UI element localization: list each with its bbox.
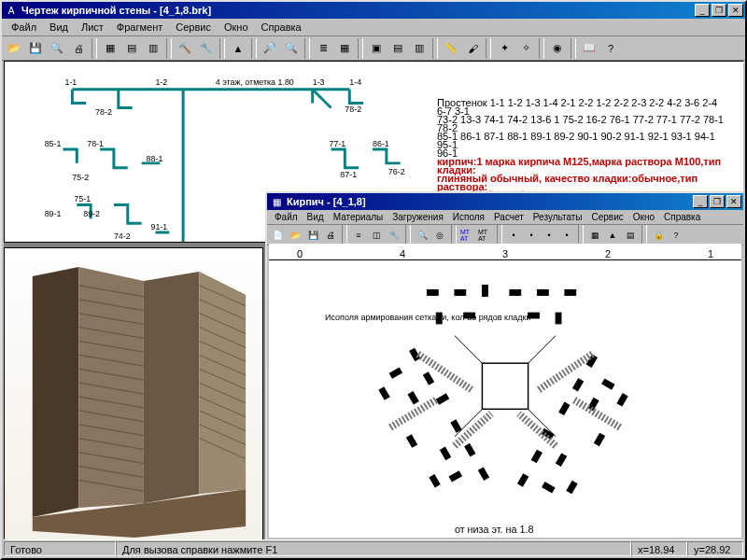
sub-grid-icon[interactable]: ▦	[586, 227, 603, 244]
sub-menu-loads[interactable]: Загружения	[388, 211, 447, 223]
svg-rect-47	[556, 313, 561, 324]
layer1-icon[interactable]: ▣	[366, 38, 387, 59]
sub-menu-help[interactable]: Справка	[660, 211, 704, 223]
sub-lock-icon[interactable]: 🔒	[650, 227, 667, 244]
sub-menu-view[interactable]: Вид	[303, 211, 328, 223]
status-y: y=28.92	[687, 541, 743, 556]
ruler-tick: 1	[708, 248, 713, 259]
sub-menu-materials[interactable]: Материалы	[330, 211, 388, 223]
svg-rect-44	[436, 313, 442, 324]
menu-service[interactable]: Сервис	[170, 20, 217, 35]
hammer-icon[interactable]: 🔨	[175, 38, 195, 59]
menu-view[interactable]: Вид	[44, 20, 74, 35]
svg-marker-1	[33, 267, 79, 517]
svg-rect-48	[518, 474, 529, 486]
zoom-in-icon[interactable]: 🔎	[260, 38, 280, 59]
sub-save-icon[interactable]: 💾	[304, 227, 321, 244]
sub-open-icon[interactable]: 📂	[287, 227, 303, 244]
menu-help[interactable]: Справка	[256, 20, 307, 35]
star2-icon[interactable]: ✧	[515, 38, 536, 59]
zoom-out-icon[interactable]: 🔍	[281, 38, 302, 59]
wall-label: 75-2	[72, 173, 89, 182]
frags-icon[interactable]: ▤	[121, 38, 142, 59]
sheets-icon[interactable]: ▦	[100, 38, 120, 59]
brush-icon[interactable]: 🖌	[462, 38, 483, 59]
main-toolbar: 📂 💾 🔍 🖨 ▦ ▤ ▥ 🔨 🔧 ▲ 🔎 🔍 ≣ ▦ ▣ ▤ ▥ 📏 🖌 ✦ …	[2, 36, 745, 61]
globe-icon[interactable]: ◉	[547, 38, 568, 59]
svg-rect-38	[427, 290, 438, 296]
close-button[interactable]: ✕	[728, 4, 743, 17]
ruler-tick: 4	[400, 248, 405, 259]
svg-rect-41	[510, 290, 521, 296]
open-icon[interactable]: 📂	[4, 38, 24, 59]
sub-maximize-button[interactable]: ❐	[710, 195, 725, 208]
layer2-icon[interactable]: ▤	[388, 38, 408, 59]
menu-sheet[interactable]: Лист	[76, 20, 109, 35]
star-icon[interactable]: ✦	[494, 38, 514, 59]
sub-menu-iso[interactable]: Исполя	[449, 211, 488, 223]
wall-label: 78-2	[95, 107, 112, 117]
sub-zoom-icon[interactable]: 🔍	[414, 227, 430, 244]
sub-menu-file[interactable]: Файл	[271, 211, 302, 223]
main-titlebar: A Чертеж кирпичной стены - [4_1,8.brk] _…	[2, 2, 745, 19]
sub-mtat2-icon[interactable]: МТ АТ	[477, 227, 494, 244]
sub-chart-icon[interactable]: ▲	[604, 227, 621, 244]
wall-label: 74-2	[114, 231, 131, 241]
sub-target-icon[interactable]: ◎	[431, 227, 448, 244]
sub-dot2-icon[interactable]: •	[523, 227, 540, 244]
sub-minimize-button[interactable]: _	[693, 195, 708, 208]
sub-print-icon[interactable]: 🖨	[322, 227, 339, 244]
sub-menu-window[interactable]: Окно	[629, 211, 658, 223]
print-icon[interactable]: 🖨	[68, 38, 89, 59]
sub-title: Кирпич - [4_1,8]	[287, 196, 693, 207]
sub-new-icon[interactable]: 📄	[269, 227, 286, 244]
ruler-icon[interactable]: 📏	[441, 38, 461, 59]
floor-plan: от низа эт. на 1.8	[269, 262, 741, 538]
svg-rect-58	[567, 481, 577, 493]
chart-icon[interactable]: ▲	[228, 38, 248, 59]
svg-rect-43	[565, 290, 576, 296]
wrench-icon[interactable]: 🔧	[196, 38, 217, 59]
svg-rect-57	[602, 379, 614, 389]
stack-icon[interactable]: ▥	[143, 38, 163, 59]
sub-tool2-icon[interactable]: ◫	[368, 227, 385, 244]
wall-label: 89-2	[83, 209, 100, 218]
wall-label: 78-2	[345, 105, 361, 114]
sub-list-icon[interactable]: ▤	[622, 227, 639, 244]
statusbar: Готово Для вызова справки нажмите F1 x=1…	[4, 539, 743, 556]
ruler: 0 4 3 2 1	[269, 244, 741, 260]
ruler-tick: 2	[605, 248, 611, 259]
sub-dot1-icon[interactable]: •	[505, 227, 522, 244]
menu-file[interactable]: Файл	[6, 20, 42, 35]
menu-window[interactable]: Окно	[218, 20, 254, 35]
wall-label: 86-1	[373, 139, 389, 148]
sub-help-icon[interactable]: ?	[668, 227, 684, 244]
help-icon[interactable]: ?	[600, 38, 621, 59]
minimize-button[interactable]: _	[695, 4, 710, 17]
wall-label: 76-2	[388, 167, 405, 176]
align-icon[interactable]: ≣	[313, 38, 333, 59]
restore-button[interactable]: ❐	[712, 4, 726, 17]
book-icon[interactable]: 📖	[579, 38, 599, 59]
grid-icon[interactable]: ▦	[334, 38, 355, 59]
save-icon[interactable]: 💾	[25, 38, 46, 59]
kirpich-subwindow: ▦ Кирпич - [4_1,8] _ ❐ ✕ Файл Вид Матери…	[265, 191, 743, 539]
sub-menu-service[interactable]: Сервис	[588, 211, 627, 223]
sub-close-button[interactable]: ✕	[726, 195, 741, 208]
svg-rect-45	[464, 313, 475, 318]
layer3-icon[interactable]: ▥	[409, 38, 430, 59]
svg-rect-63	[436, 394, 448, 404]
sub-menubar: Файл Вид Материалы Загружения Исполя Рас…	[267, 210, 743, 225]
sub-tool1-icon[interactable]: ≡	[350, 227, 367, 244]
preview-icon[interactable]: 🔍	[47, 38, 67, 59]
sub-menu-calc[interactable]: Расчет	[490, 211, 528, 223]
sub-dot3-icon[interactable]: •	[541, 227, 557, 244]
svg-rect-39	[455, 290, 466, 296]
sub-dot4-icon[interactable]: •	[558, 227, 575, 244]
building-3d-view	[4, 247, 263, 539]
sub-mtat1-icon[interactable]: МТ АТ	[459, 227, 476, 244]
sub-wrench-icon[interactable]: 🔧	[386, 227, 402, 244]
sub-menu-results[interactable]: Результаты	[529, 211, 586, 223]
wall-label: 89-1	[45, 209, 62, 218]
menu-fragment[interactable]: Фрагмент	[111, 20, 168, 35]
